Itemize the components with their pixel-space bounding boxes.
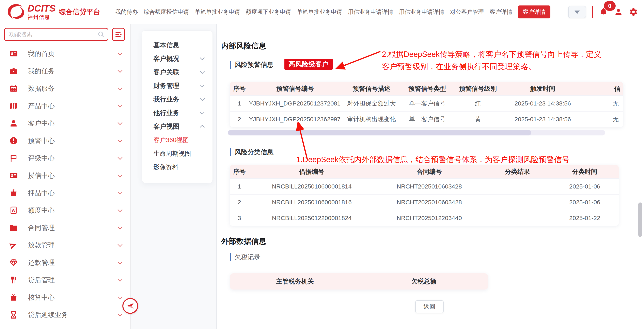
bag-icon — [9, 189, 18, 197]
chevron-down-icon — [118, 207, 122, 212]
cell-clipped: 无 — [582, 115, 623, 123]
submenu-item-image-files[interactable]: 影像资料 — [153, 160, 204, 174]
submenu-label: 客户视图 — [153, 122, 179, 131]
sidebar-item-label: 额度中心 — [28, 206, 55, 215]
submenu-item-basic-info[interactable]: 基本信息 — [153, 38, 204, 52]
nav-item-loan-detail-2[interactable]: 用信业务申请详情 — [399, 8, 444, 16]
sidebar-item-my-home[interactable]: 我的首页 — [0, 45, 130, 62]
nav-item-single-batch-1[interactable]: 单笔单批业务申请 — [195, 8, 240, 16]
submenu-label: 我行业务 — [153, 95, 179, 104]
chevron-down-icon — [118, 312, 122, 317]
submenu-item-customer-view[interactable]: 客户视图 — [153, 120, 204, 133]
tax-arrears-table: 主管税务机关 欠税总额 — [230, 273, 488, 290]
sidebar-item-label: 授信中心 — [28, 171, 55, 180]
nav-item-loan-detail-1[interactable]: 用信业务申请详情 — [348, 8, 393, 16]
sidebar-menu: 我的首页 我的任务 数据服务 — [0, 45, 130, 324]
vertical-scrollbar-thumb[interactable] — [638, 202, 642, 237]
brand-text: DCITS 神州信息 — [28, 4, 56, 20]
submenu-item-customer-overview[interactable]: 客户概况 — [153, 52, 204, 65]
table-row[interactable]: 1 YJBHYJXH_DGP20250123720812... 对外担保金额过大… — [230, 95, 623, 111]
map-icon — [9, 102, 18, 110]
id-card-icon — [9, 171, 18, 180]
arrow-to-badge — [337, 51, 380, 68]
nav-item-single-batch-2[interactable]: 单笔单批业务申请 — [297, 8, 342, 16]
sidebar-item-my-tasks[interactable]: 我的任务 — [0, 62, 130, 80]
sidebar-item-warning-center[interactable]: 预警中心 — [0, 132, 130, 149]
submenu-item-our-bank-business[interactable]: 我行业务 — [153, 92, 204, 106]
section-title-internal-risk: 内部风险信息 — [221, 41, 266, 51]
sidebar-item-quota-center[interactable]: W 额度中心 — [0, 202, 130, 219]
sidebar-item-loan-continuation[interactable]: 贷后延续业务 — [0, 306, 130, 324]
table-row[interactable]: 1 NRCBILL2025010600001814 NRCHT202501060… — [230, 178, 619, 194]
chevron-down-icon — [118, 225, 122, 229]
nav-item-quota-apply[interactable]: 额度项下业务申请 — [246, 8, 291, 16]
submenu-item-lifecycle-view[interactable]: 生命周期视图 — [153, 147, 204, 160]
sidebar-item-label: 合同管理 — [28, 223, 55, 232]
sidebar-item-product-center[interactable]: 产品中心 — [0, 97, 130, 115]
chevron-down-icon — [118, 155, 122, 160]
sidebar-item-post-loan-mgmt[interactable]: 贷后管理 — [0, 271, 130, 289]
annotation-line: 客户预警级别，在业务侧执行不同受理策略。 — [382, 60, 601, 73]
cell-classify-time: 2025-01-06 — [551, 199, 619, 206]
subsection-title: 风险分类信息 — [234, 148, 274, 157]
submenu-item-customer-relation[interactable]: 客户关联 — [153, 65, 204, 79]
alert-circle-icon — [9, 136, 18, 145]
nav-item-credit-apply[interactable]: 综合额度授信申请 — [144, 8, 189, 16]
table-header-row: 序号 预警信号编号 预警信号描述 预警信号类型 预警信号级别 触发时间 信 — [230, 82, 623, 95]
cell-signal-id: YJBHYJXH_DGP20250123720812... — [249, 100, 341, 107]
table-row[interactable]: 3 NRCBILL2025012200001824 NRCHT202501220… — [230, 210, 619, 226]
nav-item-customer-detail[interactable]: 客户详情 — [490, 8, 512, 16]
sidebar-item-customer-center[interactable]: 客户中心 — [0, 115, 130, 132]
utensils-icon — [9, 276, 18, 284]
app-window: DCITS 神州信息 综合信贷平台 我的待办 综合额度授信申请 单笔单批业务申请… — [0, 0, 644, 329]
submenu-item-customer-360-view[interactable]: 客户360视图 — [153, 133, 204, 147]
user-profile-icon[interactable] — [614, 7, 623, 16]
sidebar-item-collateral-center[interactable]: 押品中心 — [0, 184, 130, 202]
column-header: 预警信号编号 — [249, 84, 341, 93]
chevron-down-icon — [118, 277, 122, 282]
cell-signal-desc: 审计机构出现变化 — [341, 115, 402, 123]
sidebar-collapse-button[interactable] — [122, 298, 138, 314]
submenu-item-finance-mgmt[interactable]: 财务管理 — [153, 79, 204, 92]
sidebar-item-repayment-mgmt[interactable]: 还款管理 — [0, 254, 130, 271]
tab-dropdown-button[interactable] — [568, 6, 586, 18]
sidebar-item-rating-center[interactable]: 评级中心 — [0, 149, 130, 167]
bag-icon — [9, 293, 18, 302]
sidebar-item-data-service[interactable]: 数据服务 — [0, 80, 130, 97]
horizontal-scrollbar-track[interactable] — [228, 130, 605, 135]
search-input[interactable] — [9, 31, 98, 38]
sidebar-item-label: 客户中心 — [28, 119, 55, 128]
folder-icon — [9, 224, 18, 232]
section-bar — [230, 253, 231, 261]
horizontal-scrollbar-thumb[interactable] — [228, 130, 531, 135]
left-sidebar: 我的首页 我的任务 数据服务 — [0, 24, 131, 329]
function-search-box — [4, 28, 108, 41]
menu-toggle-button[interactable] — [112, 28, 125, 41]
submenu-label: 客户概况 — [153, 54, 179, 63]
nav-item-corp-customer[interactable]: 对公客户管理 — [450, 8, 484, 16]
paper-plane-icon — [9, 241, 18, 249]
submenu-child-label: 客户360视图 — [153, 136, 189, 144]
cell-index: 3 — [230, 215, 249, 222]
table-row[interactable]: 2 YJBHYJXH_DGP20250123629971... 审计机构出现变化… — [230, 111, 623, 127]
calendar-icon — [9, 84, 18, 93]
brand-name: DCITS — [28, 4, 56, 13]
sidebar-item-contract-mgmt[interactable]: 合同管理 — [0, 219, 130, 237]
column-header: 序号 — [230, 84, 249, 93]
table-row[interactable]: 2 NRCBILL2025010600001816 NRCHT202501060… — [230, 194, 619, 210]
column-header-clipped: 信 — [582, 84, 623, 93]
column-header: 预警信号级别 — [452, 84, 503, 93]
nav-tab-customer-detail-active[interactable]: 客户详情 — [518, 5, 550, 18]
notifications-button[interactable]: 0 — [599, 7, 608, 17]
submenu-child-label: 生命周期视图 — [153, 149, 191, 158]
back-button[interactable]: 返回 — [415, 300, 444, 313]
sidebar-item-credit-center[interactable]: 授信中心 — [0, 167, 130, 184]
sidebar-item-disbursement-mgmt[interactable]: 放款管理 — [0, 237, 130, 254]
cell-trigger-time: 2025-01-23 14:38:56 — [503, 116, 582, 123]
sidebar-item-accounting-center[interactable]: 核算中心 — [0, 289, 130, 306]
chevron-down-icon — [118, 259, 122, 264]
submenu-item-other-bank-business[interactable]: 他行业务 — [153, 106, 204, 120]
gear-icon[interactable] — [629, 7, 638, 16]
subsection-risk-warning: 风险预警信息 — [230, 60, 274, 69]
nav-item-my-todo[interactable]: 我的待办 — [115, 8, 138, 16]
